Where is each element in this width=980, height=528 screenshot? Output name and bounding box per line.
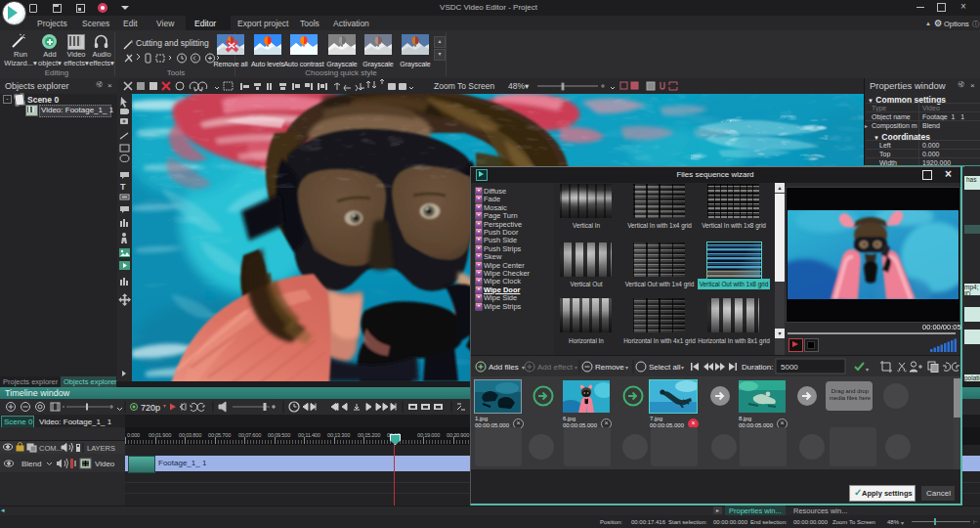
svg-text:▾: ▾ [866, 367, 869, 373]
svg-text:▾: ▾ [625, 365, 628, 371]
svg-text:Add effect: Add effect [537, 363, 574, 372]
svg-text:T: T [120, 182, 126, 192]
svg-text:Zoom To Screen: Zoom To Screen [434, 81, 494, 91]
svg-text:Remove: Remove [595, 363, 624, 372]
svg-text:Add files: Add files [489, 363, 519, 372]
svg-text:Duration:: Duration: [742, 363, 773, 372]
svg-text:48%▾: 48%▾ [508, 81, 530, 91]
svg-text:▾: ▾ [522, 365, 525, 371]
svg-text:Blend: Blend [21, 460, 41, 468]
svg-text:LAYERS: LAYERS [87, 444, 115, 453]
svg-text:Video: Video [95, 460, 115, 468]
svg-text:COM...: COM... [39, 444, 63, 453]
svg-text:▾: ▾ [575, 365, 577, 371]
svg-text:720p: 720p [141, 403, 160, 413]
svg-text:Select all: Select all [649, 363, 681, 372]
svg-text:5000: 5000 [781, 363, 798, 372]
svg-text:▾: ▾ [681, 365, 684, 371]
